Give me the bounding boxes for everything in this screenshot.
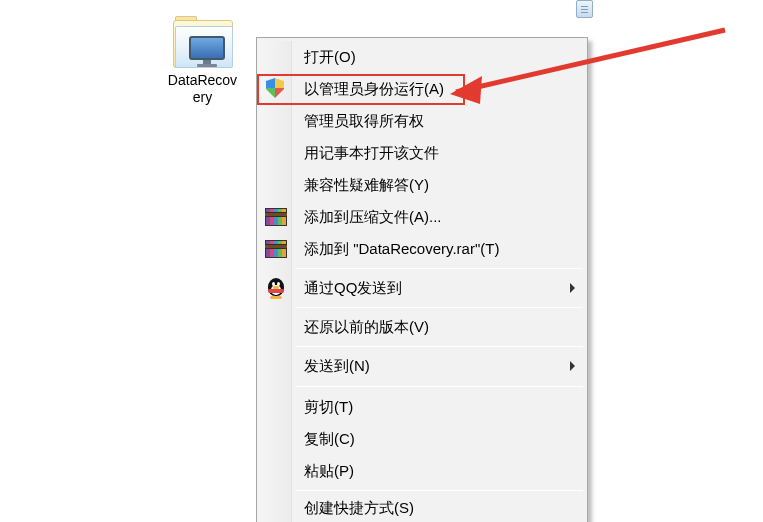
menu-cut[interactable]: 剪切(T): [294, 391, 585, 423]
menu-copy-label: 复制(C): [304, 430, 355, 449]
menu-admin-take-ownership-label: 管理员取得所有权: [304, 112, 424, 131]
winrar-icon: [265, 206, 287, 228]
menu-restore-previous-label: 还原以前的版本(V): [304, 318, 429, 337]
menu-send-via-qq[interactable]: 通过QQ发送到: [294, 272, 585, 304]
menu-separator: [296, 490, 583, 491]
qq-penguin-icon: [265, 277, 287, 299]
winrar-icon: [265, 238, 287, 260]
menu-separator: [296, 386, 583, 387]
menu-compat-troubleshoot-label: 兼容性疑难解答(Y): [304, 176, 429, 195]
folder-monitor-icon: [171, 16, 235, 70]
menu-paste[interactable]: 粘贴(P): [294, 455, 585, 487]
menu-compat-troubleshoot[interactable]: 兼容性疑难解答(Y): [294, 169, 585, 201]
menu-send-via-qq-label: 通过QQ发送到: [304, 279, 402, 298]
context-menu: 打开(O) 以管理员身份运行(A) 管理员取得所有权 用记事本打开该文件 兼容性…: [256, 37, 588, 522]
menu-send-to-label: 发送到(N): [304, 357, 370, 376]
desktop-shortcut-label: DataRecov ery: [168, 72, 237, 106]
menu-add-to-archive[interactable]: 添加到压缩文件(A)...: [294, 201, 585, 233]
desktop-shortcut-datarecovery[interactable]: DataRecov ery: [161, 14, 244, 114]
menu-send-to[interactable]: 发送到(N): [294, 350, 585, 382]
menu-copy[interactable]: 复制(C): [294, 423, 585, 455]
menu-add-to-named-rar-label: 添加到 "DataRecovery.rar"(T): [304, 240, 499, 259]
vertical-scrollbar-thumb[interactable]: [576, 0, 593, 18]
menu-separator: [296, 346, 583, 347]
menu-add-to-archive-label: 添加到压缩文件(A)...: [304, 208, 442, 227]
menu-restore-previous[interactable]: 还原以前的版本(V): [294, 311, 585, 343]
menu-cut-label: 剪切(T): [304, 398, 353, 417]
menu-open[interactable]: 打开(O): [294, 41, 585, 73]
submenu-arrow-icon: [570, 361, 575, 371]
menu-add-to-named-rar[interactable]: 添加到 "DataRecovery.rar"(T): [294, 233, 585, 265]
menu-separator: [296, 268, 583, 269]
menu-open-with-notepad-label: 用记事本打开该文件: [304, 144, 439, 163]
menu-paste-label: 粘贴(P): [304, 462, 354, 481]
menu-separator: [296, 307, 583, 308]
uac-shield-icon: [265, 78, 287, 100]
menu-create-shortcut-label: 创建快捷方式(S): [304, 499, 414, 518]
menu-run-as-admin-label: 以管理员身份运行(A): [304, 80, 444, 99]
menu-run-as-admin[interactable]: 以管理员身份运行(A): [294, 73, 585, 105]
menu-open-with-notepad[interactable]: 用记事本打开该文件: [294, 137, 585, 169]
menu-open-label: 打开(O): [304, 48, 356, 67]
submenu-arrow-icon: [570, 283, 575, 293]
menu-admin-take-ownership[interactable]: 管理员取得所有权: [294, 105, 585, 137]
menu-create-shortcut[interactable]: 创建快捷方式(S): [294, 494, 585, 522]
